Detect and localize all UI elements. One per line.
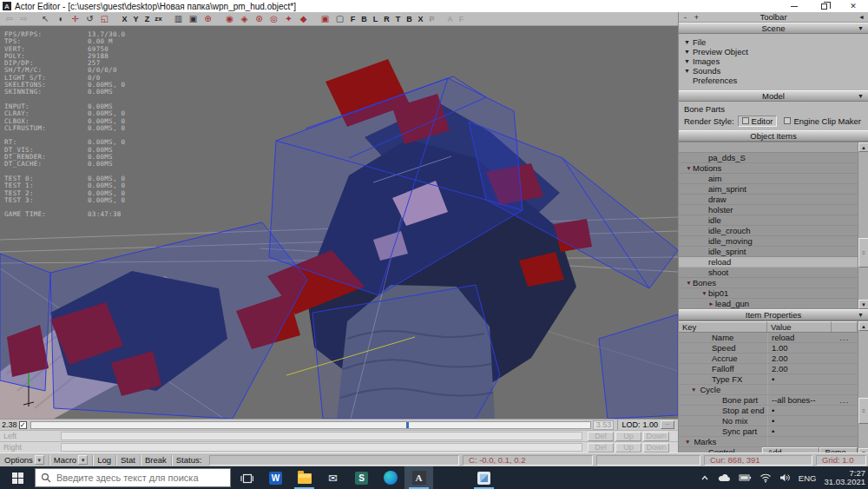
property-row[interactable]: ▼Marks xyxy=(679,437,858,447)
list-item[interactable]: ►lead_gun xyxy=(679,299,858,309)
lasso-icon[interactable]: ◖ xyxy=(53,12,68,25)
object-items-header[interactable]: Object Items xyxy=(679,130,868,142)
macro-menu[interactable]: Macro▼ xyxy=(49,453,92,466)
view-right-button[interactable]: R xyxy=(381,12,392,25)
bbox-red-icon[interactable]: ▣ xyxy=(318,12,332,25)
property-row[interactable]: Falloff 2.00 xyxy=(679,364,858,374)
property-row[interactable]: Name reload ... xyxy=(679,333,858,343)
axis-y-button[interactable]: Y xyxy=(130,12,141,25)
ellipsis-button[interactable]: ... xyxy=(832,395,858,405)
item-properties-header[interactable]: Item Properties ▼ xyxy=(679,309,868,320)
view-p-button[interactable]: P xyxy=(426,12,437,25)
timeline-cursor[interactable] xyxy=(406,422,409,428)
view-front-button[interactable]: F xyxy=(347,12,358,25)
view-a-button[interactable]: A xyxy=(444,12,456,25)
view-back-button[interactable]: B xyxy=(358,12,370,25)
options-menu[interactable]: Options▼ xyxy=(0,453,49,466)
list-item[interactable]: idle_moving xyxy=(679,236,858,247)
axis-x-button[interactable]: X xyxy=(119,12,130,25)
anim-play-checkbox[interactable]: ✓ xyxy=(19,421,27,429)
stat-button[interactable]: Stat xyxy=(116,453,140,466)
wifi-icon[interactable] xyxy=(760,472,772,483)
list-item[interactable]: ▼Bones xyxy=(679,278,858,288)
battery-icon[interactable] xyxy=(739,472,752,483)
scene-tree-item[interactable]: ▼Sounds xyxy=(679,66,868,76)
tool-joint-icon[interactable]: ◆ xyxy=(296,12,311,25)
taskbar-search[interactable] xyxy=(35,468,231,487)
bone-parts-item[interactable]: Bone Parts xyxy=(679,103,868,114)
select-icon[interactable]: ↖ xyxy=(38,12,53,25)
object-items-scrollbar[interactable]: ▲ ≡ ▼ xyxy=(858,142,868,309)
key-column-header[interactable]: Key xyxy=(679,321,767,332)
file-explorer-icon[interactable] xyxy=(290,466,319,489)
scroll-up-icon[interactable]: ▲ xyxy=(858,321,868,331)
close-button[interactable]: ✕ xyxy=(838,0,868,12)
list-item[interactable]: holster xyxy=(679,205,858,215)
view-f-button[interactable]: F xyxy=(456,12,467,25)
list-item[interactable]: idle_crouch xyxy=(679,226,858,236)
rotate-icon[interactable]: ↺ xyxy=(82,12,97,25)
mail-icon[interactable]: ✉ xyxy=(319,466,347,489)
task-view-icon[interactable] xyxy=(233,466,261,489)
tool-spin-icon[interactable]: ⊛ xyxy=(252,12,266,25)
open-app-icon[interactable] xyxy=(470,466,498,489)
property-row[interactable]: Type FX • xyxy=(679,374,858,385)
clock[interactable]: 7:27 31.03.2021 xyxy=(824,469,865,487)
break-button[interactable]: Break xyxy=(141,453,171,466)
list-item[interactable]: ▼Motions xyxy=(679,163,858,174)
speaker-icon[interactable] xyxy=(779,472,791,483)
scale-icon[interactable]: ◱ xyxy=(97,12,112,25)
del-button[interactable]: Del xyxy=(588,432,614,441)
property-row[interactable]: ▼Cycle xyxy=(679,385,858,395)
property-row[interactable]: Sync part • xyxy=(679,426,858,437)
mirror-icon[interactable]: ▥ xyxy=(171,12,186,25)
list-item[interactable]: aim_sprint xyxy=(679,184,858,195)
attach-icon[interactable]: ⊕ xyxy=(201,12,215,25)
del-button[interactable]: Del xyxy=(588,443,614,453)
search-input[interactable] xyxy=(56,472,213,483)
anim-timeline-slider[interactable] xyxy=(30,421,592,429)
tool-box-icon[interactable]: ◈ xyxy=(237,12,252,25)
list-item[interactable]: reload xyxy=(679,257,858,268)
list-item[interactable]: idle xyxy=(679,215,858,226)
duplicate-icon[interactable]: ▣ xyxy=(186,12,201,25)
property-row[interactable]: No mix • xyxy=(679,416,858,426)
ellipsis-button[interactable]: ... xyxy=(832,333,858,342)
tool-sphere-icon[interactable]: ◉ xyxy=(222,12,237,25)
property-row[interactable]: Speed 1.00 xyxy=(679,343,858,354)
list-item[interactable]: draw xyxy=(679,195,858,205)
redo-icon[interactable]: ⇨ xyxy=(16,12,31,25)
s-app-icon[interactable]: S xyxy=(347,466,376,489)
list-item[interactable]: ▼bip01 xyxy=(679,288,858,299)
hidden-icons-chevron-icon[interactable] xyxy=(700,472,710,483)
up-button[interactable]: Up xyxy=(615,443,641,453)
value-column-header[interactable]: Value xyxy=(767,321,832,332)
list-item[interactable]: shoot xyxy=(679,268,858,278)
axis-z-button[interactable]: Z xyxy=(141,12,153,25)
up-button[interactable]: Up xyxy=(615,432,641,441)
model-section-header[interactable]: Model ▼ xyxy=(679,90,868,102)
view-bottom-button[interactable]: B xyxy=(404,12,415,25)
panel-collapse-icon[interactable]: ◄ xyxy=(858,14,865,20)
property-row[interactable]: Accrue 2.00 xyxy=(679,354,858,364)
bbox-icon[interactable]: ▢ xyxy=(332,12,347,25)
view-top-button[interactable]: T xyxy=(392,12,404,25)
restore-button[interactable] xyxy=(809,0,838,12)
scene-section-header[interactable]: Scene ▼ xyxy=(679,23,868,34)
clip-maker-button[interactable]: Clip Maker xyxy=(822,116,861,126)
log-button[interactable]: Log xyxy=(93,453,115,466)
properties-scrollbar[interactable]: ▲ ≡ ▼ xyxy=(858,321,868,458)
scene-tree-item[interactable]: ▼Images xyxy=(679,56,868,66)
axis-zx-button[interactable]: zx xyxy=(153,12,164,25)
onedrive-cloud-icon[interactable] xyxy=(718,472,731,483)
property-row[interactable]: Bone part --all bones-- ... xyxy=(679,395,858,406)
down-button[interactable]: Down xyxy=(643,443,669,453)
down-button[interactable]: Down xyxy=(643,432,669,441)
start-button[interactable] xyxy=(0,466,35,489)
tool-light-icon[interactable]: ✦ xyxy=(281,12,296,25)
minimize-button[interactable] xyxy=(779,0,809,12)
property-row[interactable]: Stop at end • xyxy=(679,406,858,416)
word-icon[interactable]: W xyxy=(261,466,290,489)
list-item[interactable] xyxy=(679,142,858,153)
scene-tree-item[interactable]: Preferences xyxy=(679,76,868,85)
